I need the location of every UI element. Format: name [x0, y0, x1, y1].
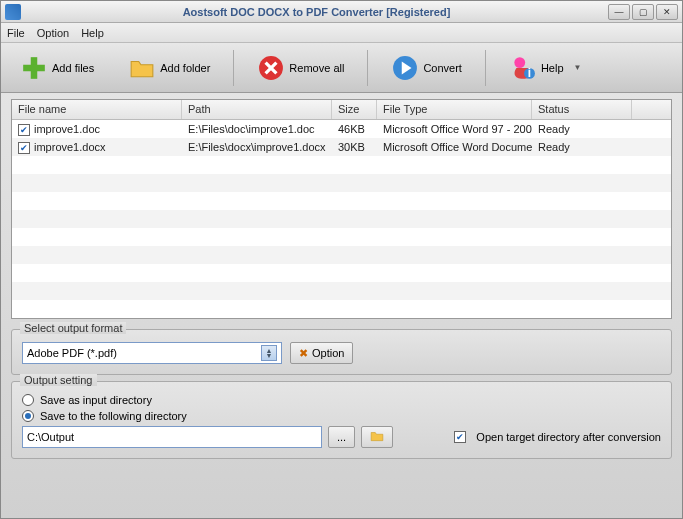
- cell-type: Microsoft Office Word Document: [377, 141, 532, 153]
- cell-size: 46KB: [332, 123, 377, 135]
- option-label: Option: [312, 347, 344, 359]
- menu-file[interactable]: File: [7, 27, 25, 39]
- col-header-path[interactable]: Path: [182, 100, 332, 119]
- minimize-button[interactable]: —: [608, 4, 630, 20]
- cell-type: Microsoft Office Word 97 - 2003...: [377, 123, 532, 135]
- cell-path: E:\Files\docx\improve1.docx: [182, 141, 332, 153]
- cell-size: 30KB: [332, 141, 377, 153]
- row-checkbox[interactable]: ✔: [18, 124, 30, 136]
- checkbox-icon: ✔: [454, 431, 466, 443]
- main-window: Aostsoft DOC DOCX to PDF Converter [Regi…: [0, 0, 683, 519]
- cell-status: Ready: [532, 123, 632, 135]
- file-list-header: File name Path Size File Type Status: [12, 100, 671, 120]
- menu-help[interactable]: Help: [81, 27, 104, 39]
- convert-label: Convert: [423, 62, 462, 74]
- combo-spinner-icon[interactable]: ▲▼: [261, 345, 277, 361]
- menu-option[interactable]: Option: [37, 27, 69, 39]
- radio-icon: [22, 410, 34, 422]
- window-title: Aostsoft DOC DOCX to PDF Converter [Regi…: [25, 6, 608, 18]
- add-files-label: Add files: [52, 62, 94, 74]
- col-header-status[interactable]: Status: [532, 100, 632, 119]
- open-folder-button[interactable]: [361, 426, 393, 448]
- toolbar-separator: [367, 50, 368, 86]
- menubar: File Option Help: [1, 23, 682, 43]
- app-icon: [5, 4, 21, 20]
- table-row[interactable]: ✔improve1.doc E:\Files\doc\improve1.doc …: [12, 120, 671, 138]
- add-folder-label: Add folder: [160, 62, 210, 74]
- remove-icon: [257, 54, 285, 82]
- cell-name: improve1.docx: [34, 141, 106, 153]
- table-row[interactable]: ✔improve1.docx E:\Files\docx\improve1.do…: [12, 138, 671, 156]
- format-combo[interactable]: Adobe PDF (*.pdf) ▲▼: [22, 342, 282, 364]
- format-group: Select output format Adobe PDF (*.pdf) ▲…: [11, 329, 672, 375]
- radio-save-input[interactable]: Save as input directory: [22, 394, 661, 406]
- col-header-type[interactable]: File Type: [377, 100, 532, 119]
- output-path-value: C:\Output: [27, 431, 74, 443]
- remove-all-label: Remove all: [289, 62, 344, 74]
- window-controls: — ▢ ✕: [608, 4, 678, 20]
- cell-status: Ready: [532, 141, 632, 153]
- folder-open-icon: [370, 429, 384, 445]
- plus-icon: [20, 54, 48, 82]
- cell-name: improve1.doc: [34, 123, 100, 135]
- col-header-size[interactable]: Size: [332, 100, 377, 119]
- open-after-checkbox[interactable]: ✔ Open target directory after conversion: [454, 431, 661, 443]
- output-path-input[interactable]: C:\Output: [22, 426, 322, 448]
- open-after-label: Open target directory after conversion: [476, 431, 661, 443]
- radio-save-following[interactable]: Save to the following directory: [22, 410, 661, 422]
- format-value: Adobe PDF (*.pdf): [27, 347, 117, 359]
- add-folder-button[interactable]: Add folder: [117, 49, 221, 87]
- format-group-title: Select output format: [20, 322, 126, 334]
- titlebar: Aostsoft DOC DOCX to PDF Converter [Regi…: [1, 1, 682, 23]
- settings-area: Select output format Adobe PDF (*.pdf) ▲…: [1, 325, 682, 518]
- convert-button[interactable]: Convert: [380, 49, 473, 87]
- remove-all-button[interactable]: Remove all: [246, 49, 355, 87]
- cell-path: E:\Files\doc\improve1.doc: [182, 123, 332, 135]
- svg-text:i: i: [528, 65, 531, 79]
- folder-icon: [128, 54, 156, 82]
- close-button[interactable]: ✕: [656, 4, 678, 20]
- output-group-title: Output setting: [20, 374, 97, 386]
- svg-point-4: [514, 57, 525, 68]
- output-group: Output setting Save as input directory S…: [11, 381, 672, 459]
- radio-label: Save as input directory: [40, 394, 152, 406]
- toolbar-separator: [485, 50, 486, 86]
- toolbar: Add files Add folder Remove all Convert …: [1, 43, 682, 93]
- format-option-button[interactable]: ✖ Option: [290, 342, 353, 364]
- radio-label: Save to the following directory: [40, 410, 187, 422]
- browse-button[interactable]: ...: [328, 426, 355, 448]
- svg-rect-1: [23, 64, 45, 71]
- help-icon: i: [509, 54, 537, 82]
- browse-label: ...: [337, 431, 346, 443]
- file-list: File name Path Size File Type Status ✔im…: [11, 99, 672, 319]
- add-files-button[interactable]: Add files: [9, 49, 105, 87]
- chevron-down-icon: ▼: [574, 63, 582, 72]
- maximize-button[interactable]: ▢: [632, 4, 654, 20]
- file-list-body[interactable]: ✔improve1.doc E:\Files\doc\improve1.doc …: [12, 120, 671, 318]
- radio-icon: [22, 394, 34, 406]
- row-checkbox[interactable]: ✔: [18, 142, 30, 154]
- col-header-name[interactable]: File name: [12, 100, 182, 119]
- help-button[interactable]: i Help ▼: [498, 49, 593, 87]
- play-icon: [391, 54, 419, 82]
- help-label: Help: [541, 62, 564, 74]
- toolbar-separator: [233, 50, 234, 86]
- wrench-icon: ✖: [299, 347, 308, 360]
